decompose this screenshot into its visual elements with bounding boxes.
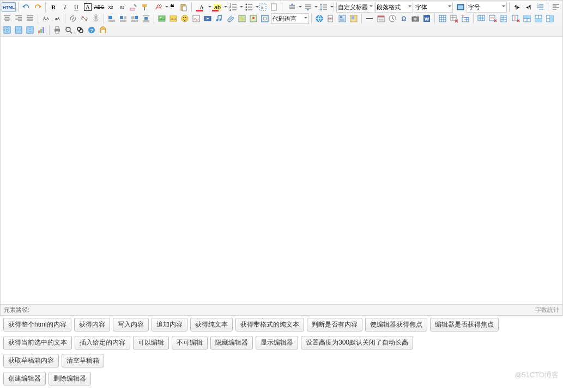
scrawl-icon[interactable] (191, 13, 202, 24)
action-button[interactable]: 可以编辑 (133, 336, 169, 349)
print-icon[interactable] (52, 25, 63, 35)
fontfamily-select[interactable]: 字体 (414, 2, 453, 13)
attachment-icon[interactable] (225, 13, 236, 24)
splittocols-icon[interactable] (25, 25, 35, 35)
insertframe-icon[interactable] (259, 13, 270, 24)
justifyleft-icon[interactable] (550, 2, 561, 13)
link-icon[interactable] (68, 13, 78, 24)
forecolor-icon[interactable]: A (194, 2, 209, 13)
selectall-icon[interactable]: a (257, 2, 268, 13)
action-button[interactable]: 设置高度为300默认关闭了自动长高 (301, 336, 413, 349)
dir-ltr-icon[interactable]: ¶▸ (512, 2, 523, 13)
fontsize-select[interactable]: 字号 (467, 2, 507, 13)
pagebreak-icon[interactable] (325, 13, 336, 24)
simpleupload-icon[interactable] (156, 13, 167, 24)
action-button[interactable]: 获得纯文本 (190, 318, 233, 331)
emotion-icon[interactable] (179, 13, 190, 24)
time-icon[interactable] (387, 13, 398, 24)
action-button[interactable]: 使编辑器获得焦点 (365, 318, 427, 331)
imagecenter-icon[interactable] (141, 13, 152, 24)
action-button[interactable]: 判断是否有内容 (307, 318, 362, 331)
gmap-icon[interactable] (248, 13, 259, 24)
lineheight-icon[interactable] (316, 2, 331, 13)
action-button[interactable]: 隐藏编辑器 (210, 336, 253, 349)
touppercase-icon[interactable]: AA (40, 13, 51, 24)
rowspacingbot-icon[interactable] (300, 2, 316, 13)
subscript-icon[interactable]: x2 (117, 2, 128, 13)
wordimage-icon[interactable]: W (421, 13, 432, 24)
spechars-icon[interactable]: Ω (398, 13, 409, 24)
action-button[interactable]: 追加内容 (152, 318, 187, 331)
mergecells-icon[interactable] (522, 13, 532, 24)
snapscreen-icon[interactable] (410, 13, 421, 24)
searchreplace-icon[interactable] (75, 25, 86, 35)
imageright-icon[interactable] (129, 13, 140, 24)
blockquote-icon[interactable]: ❝ (167, 2, 178, 13)
action-button[interactable]: 不可编辑 (172, 336, 208, 349)
drafts-icon[interactable] (98, 25, 108, 35)
action-button[interactable]: 获得内容 (74, 318, 110, 331)
webapp-icon[interactable] (314, 13, 325, 24)
template-icon[interactable] (337, 13, 348, 24)
mergedown-icon[interactable] (544, 13, 555, 24)
map-icon[interactable] (237, 13, 247, 24)
preview-icon[interactable] (63, 25, 74, 35)
paragraph-select[interactable]: 段落格式 (375, 2, 413, 13)
insertparagraphbefore-icon[interactable] (460, 13, 471, 24)
underline-icon[interactable]: U (71, 2, 82, 13)
action-button[interactable]: 获得带格式的纯文本 (235, 318, 304, 331)
indent-icon[interactable] (535, 2, 546, 13)
insertvideo-icon[interactable] (202, 13, 213, 24)
fontborder-icon[interactable]: A (82, 2, 93, 13)
rowspacingtop-icon[interactable] (284, 2, 300, 13)
action-button[interactable]: 获得整个html的内容 (3, 318, 71, 331)
source-button[interactable]: HTML (2, 2, 16, 12)
orderedlist-icon[interactable]: 123 (226, 2, 241, 13)
horizontal-icon[interactable] (364, 13, 375, 24)
action-button[interactable]: 清空草稿箱 (62, 354, 104, 367)
splittorows-icon[interactable] (13, 25, 24, 35)
strikethrough-icon[interactable]: ABC (94, 2, 105, 13)
backcolor-icon[interactable]: ab (210, 2, 225, 13)
action-button[interactable]: 写入内容 (113, 318, 149, 331)
action-button[interactable]: 插入给定的内容 (75, 336, 130, 349)
anchor-icon[interactable] (90, 13, 101, 24)
imageleft-icon[interactable] (118, 13, 129, 24)
unorderedlist-icon[interactable] (241, 2, 257, 13)
unlink-icon[interactable] (79, 13, 90, 24)
fullscreen-icon[interactable] (455, 2, 466, 13)
justifycenter-icon[interactable] (2, 13, 13, 24)
redo-icon[interactable] (32, 2, 43, 13)
dir-rtl-icon[interactable]: ◂¶ (523, 2, 534, 13)
code-select[interactable]: 代码语言 (271, 13, 309, 24)
autotypeset-icon[interactable] (151, 2, 166, 13)
imagenone-icon[interactable] (106, 13, 117, 24)
bold-icon[interactable]: B (48, 2, 59, 13)
action-button[interactable]: 创建编辑器 (3, 372, 46, 385)
formatmatch-icon[interactable] (140, 2, 150, 13)
customstyle-select[interactable]: 自定义标题 (336, 2, 374, 13)
date-icon[interactable] (376, 13, 386, 24)
deletecol-icon[interactable] (510, 13, 521, 24)
insertimage-icon[interactable] (168, 13, 179, 24)
action-button[interactable]: 删除编辑器 (49, 372, 91, 385)
help-icon[interactable]: ? (86, 25, 97, 35)
deletetable-icon[interactable] (449, 13, 459, 24)
cleardoc-icon[interactable] (269, 2, 280, 13)
removeformat-icon[interactable] (128, 2, 139, 13)
action-button[interactable]: 编辑器是否获得焦点 (430, 318, 499, 331)
action-button[interactable]: 获取草稿箱内容 (3, 354, 59, 367)
music-icon[interactable] (214, 13, 225, 24)
action-button[interactable]: 显示编辑器 (256, 336, 298, 349)
italic-icon[interactable]: I (59, 2, 70, 13)
pasteplain-icon[interactable] (178, 2, 189, 13)
tolowercase-icon[interactable]: aA (52, 13, 63, 24)
superscript-icon[interactable]: x2 (105, 2, 116, 13)
background-icon[interactable] (348, 13, 359, 24)
inserttable-icon[interactable] (437, 13, 448, 24)
insertrow-icon[interactable] (476, 13, 487, 24)
deleterow-icon[interactable] (487, 13, 498, 24)
insertcol-icon[interactable] (499, 13, 510, 24)
wordcount-label[interactable]: 字数统计 (535, 306, 559, 314)
splittocells-icon[interactable] (2, 25, 13, 35)
